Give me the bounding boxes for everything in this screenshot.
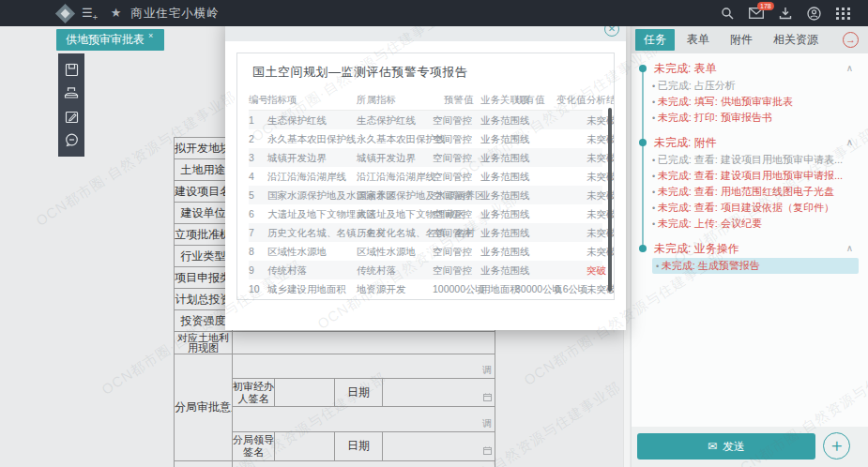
modal-panel: 国土空间规划—监测评估预警专项报告 编号 指标项 所属指标 预警值 业务关联项 …	[236, 53, 615, 300]
mail-badge: 178	[757, 2, 774, 10]
sign-label: 分局领导签名	[233, 432, 275, 460]
modal-title: 国土空间规划—监测评估预警专项报告	[237, 53, 614, 81]
table-row: 6大遗址及地下文物埋藏区大遗址及地下文物埋藏区空间管控业务范围线未突破	[249, 204, 602, 223]
warning-report-modal: ✕ 国土空间规划—监测评估预警专项报告 编号 指标项 所属指标 预警值 业务关联…	[225, 17, 626, 330]
app-header: ☰＋ ★ 商业住宅小横岭 178	[0, 0, 868, 26]
form-label: 建设项目名称	[175, 181, 233, 202]
date-input[interactable]	[383, 432, 495, 460]
tab-forms[interactable]: 表单	[678, 29, 718, 51]
task-item[interactable]: 已完成: 占压分析	[652, 78, 857, 94]
comment-icon[interactable]	[58, 128, 84, 152]
task-item[interactable]: 未完成: 查看: 用地范围红线图电子光盘	[652, 184, 857, 200]
form-row	[175, 461, 495, 467]
timeline-line	[642, 68, 644, 247]
task-section-title[interactable]: 未完成: 业务操作∧	[632, 239, 868, 258]
table-row: 8区域性水源地区域性水源地空间管控业务范围线未突破	[249, 242, 602, 261]
col-header: 指标项	[267, 88, 297, 111]
user-icon[interactable]	[807, 7, 821, 21]
chevron-up-icon[interactable]: ∧	[846, 133, 853, 152]
form-label: 立项批准机关	[175, 224, 233, 245]
add-button[interactable]: ＋	[823, 432, 850, 459]
form-label: 土地用途	[175, 159, 233, 180]
mail-icon[interactable]: 178	[749, 8, 764, 19]
envelope-icon: ✉	[708, 440, 717, 453]
date-label: 日期	[335, 432, 383, 460]
table-scrollbar[interactable]	[608, 108, 612, 292]
collapse-panel-icon[interactable]: →	[843, 32, 859, 48]
form-label: 计划总投资	[175, 289, 233, 309]
task-section-title[interactable]: 未完成: 附件∧	[632, 133, 868, 152]
table-row: 10城乡建设用地面积地资源开发100000公顷用地面积80000公顷0.6公顷未…	[249, 279, 602, 298]
task-item[interactable]: 已完成: 查看: 建设项目用地预审申请表...	[652, 152, 857, 168]
doc-tab[interactable]: 供地预审审批表×	[56, 29, 164, 51]
tab-resources[interactable]: 相关资源	[765, 29, 827, 51]
edit-icon[interactable]	[58, 105, 84, 128]
table-row: 1生态保护红线生态保护红线空间管控业务范围线未突破	[249, 111, 602, 129]
calendar-icon[interactable]	[483, 388, 492, 405]
table-row: 5国家水源保护地及水源涵养区国家水源保护地及水源涵养区空间管控业务范围线未突破	[249, 186, 602, 204]
form-label: 行业类型	[175, 246, 233, 266]
watermark-fragment: 调	[482, 417, 492, 430]
sidebar-tabs: 任务 表单 附件 相关资源 →	[632, 26, 868, 53]
save-icon[interactable]	[58, 58, 84, 82]
col-header: 所属指标	[357, 88, 396, 111]
app-grid-icon[interactable]	[836, 8, 851, 20]
tab-tasks[interactable]: 任务	[635, 29, 675, 51]
opinion-row: 分局审批意见 调 初审经办人签名 日期 调 分局领导签名 日期	[175, 354, 495, 461]
task-item[interactable]: 未完成: 填写: 供地预审审批表	[652, 94, 857, 110]
col-header: 变化值	[556, 88, 586, 111]
form-label: 项目申报类型	[175, 267, 233, 288]
search-icon[interactable]	[721, 7, 734, 20]
task-list: 未完成: 表单∧ 已完成: 占压分析 未完成: 填写: 供地预审审批表 未完成:…	[632, 53, 868, 427]
task-section: 未完成: 表单∧ 已完成: 占压分析 未完成: 填写: 供地预审审批表 未完成:…	[632, 59, 868, 126]
doc-tab-close-icon[interactable]: ×	[148, 31, 153, 40]
send-button[interactable]: ✉发送	[637, 433, 815, 459]
sidebar-footer: ✉发送 ＋	[632, 427, 868, 467]
sign-row: 分局领导签名 日期	[233, 432, 495, 460]
task-section: 未完成: 附件∧ 已完成: 查看: 建设项目用地预审申请表... 未完成: 查看…	[632, 133, 868, 232]
tab-attachments[interactable]: 附件	[722, 29, 761, 51]
doc-tab-label: 供地预审审批表	[66, 33, 145, 46]
project-title: 商业住宅小横岭	[130, 6, 220, 22]
task-item[interactable]: 未完成: 查看: 项目建设依据（复印件）	[652, 200, 857, 216]
sign-label: 初审经办人签名	[233, 379, 275, 406]
table-row: 3城镇开发边界城镇开发边界空间管控业务范围线未突破	[249, 148, 602, 167]
star-icon[interactable]: ★	[111, 0, 122, 26]
opinion-textarea[interactable]: 调	[233, 407, 495, 433]
table-row: 7历史文化名城、名镇、名村历史文化名城、名镇、名村空间管控业务范围线未突破	[249, 223, 602, 242]
chevron-up-icon[interactable]: ∧	[846, 59, 853, 78]
form-label: 投资强度	[175, 310, 233, 331]
form-label: 建设单位	[175, 203, 233, 223]
table-row: 2永久基本农田保护线永久基本农田保护线空间管控业务范围线未突破	[249, 129, 602, 148]
col-header: 编号	[249, 88, 268, 111]
col-header: 现有值	[515, 88, 545, 111]
calendar-icon[interactable]	[483, 442, 492, 459]
form-row: 对应土地利用现图	[175, 332, 495, 354]
table-row: 9传统村落传统村落空间管控业务范围线突破	[249, 261, 602, 279]
task-section: 未完成: 业务操作∧ 未完成: 生成预警报告	[632, 239, 868, 274]
table-header-row: 编号 指标项 所属指标 预警值 业务关联项 现有值 变化值 分析结果	[249, 88, 602, 111]
print-icon[interactable]	[58, 82, 84, 105]
date-input[interactable]	[383, 379, 495, 406]
chevron-up-icon[interactable]: ∧	[846, 239, 853, 258]
date-label: 日期	[335, 379, 383, 406]
add-menu-icon[interactable]: ☰＋	[82, 0, 101, 27]
sign-input[interactable]	[275, 432, 335, 460]
warning-table: 编号 指标项 所属指标 预警值 业务关联项 现有值 变化值 分析结果 1生态保护…	[249, 88, 602, 298]
form-label: 拟开发地块编号	[175, 138, 233, 158]
task-item[interactable]: 未完成: 打印: 预审报告书	[652, 110, 857, 126]
download-icon[interactable]	[779, 7, 792, 20]
task-item[interactable]: 未完成: 生成预警报告	[652, 258, 859, 274]
opinion-textarea[interactable]: 调	[233, 354, 495, 379]
watermark-fragment: 调	[482, 364, 492, 377]
app-logo-icon[interactable]	[55, 3, 75, 23]
sign-input[interactable]	[275, 379, 335, 406]
left-toolbar	[58, 53, 84, 157]
task-item[interactable]: 未完成: 上传: 会议纪要	[652, 216, 857, 232]
task-sidebar: 任务 表单 附件 相关资源 → 未完成: 表单∧ 已完成: 占压分析 未完成: …	[631, 26, 868, 467]
col-header: 预警值	[444, 88, 474, 111]
form-label: 对应土地利用现图	[175, 332, 233, 354]
task-item[interactable]: 未完成: 查看: 建设项目用地预审申请报...	[652, 168, 857, 184]
form-label: 分局审批意见	[175, 354, 233, 460]
task-section-title[interactable]: 未完成: 表单∧	[632, 59, 868, 78]
